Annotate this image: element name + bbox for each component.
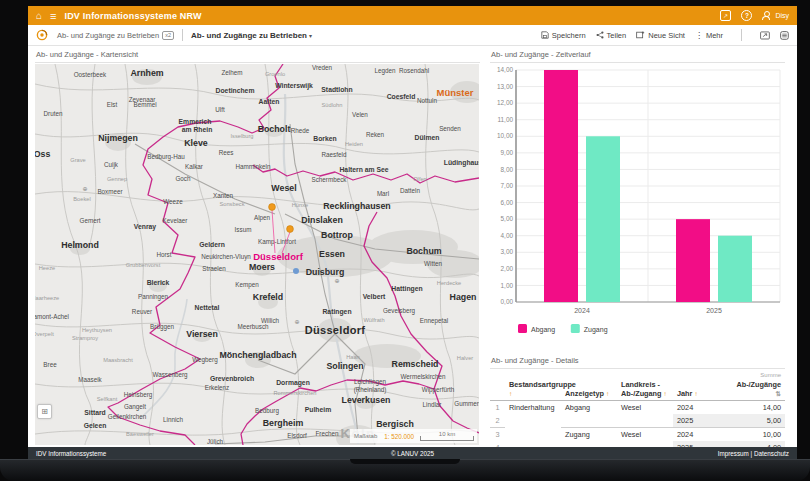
map-city-label: Viersen [186,329,218,339]
table-cell: Wesel [617,400,673,427]
map-city-label: Xanten [213,192,233,199]
map-city-label: Südlohn [322,102,343,108]
sort-icon[interactable]: ⇅ [776,390,781,397]
workbook-tab[interactable]: Ab- und Zugänge zu Betrieben x2 [57,31,174,40]
laptop-hinge-notch [350,459,460,464]
toolbar: Ab- und Zugänge zu Betrieben x2 Ab- und … [28,25,797,46]
map-city-label: Grave [70,157,86,163]
map-city-label: Recklinghausen [323,201,390,211]
feedback-icon[interactable]: ↗ [720,10,731,21]
map-city-label: Helmond [61,240,99,250]
map-canvas[interactable]: ⊕⊕⊕ OosterbeekArnhemZelhemVredenGroenloL… [35,64,479,445]
chart-bar-zugang-2024[interactable] [586,136,620,302]
table-row[interactable]: 1RinderhaltungAbgangWesel202414,00 [490,400,785,414]
more-icon: ⋮ [695,31,703,40]
map-city-label: Willich [261,317,280,324]
map-city-label: Hamminkeln [236,163,271,170]
home-icon[interactable]: ⌂ [36,10,42,21]
map-city-label: Cuijk [104,161,119,169]
map-marker[interactable] [287,226,294,233]
map-city-label: Heeze [39,265,55,271]
chart-bar-zugang-2025[interactable] [718,236,752,302]
map-city-label: Gennep [107,176,127,182]
map-scale-bar: Maßstab 1: 520.000 10 km [350,429,477,443]
map-city-label: Haan [346,354,360,360]
map-city-label: Zelhem [222,69,243,76]
map-city-label: Dülmen [415,134,440,141]
map-layers-button[interactable]: ⊞ [37,404,52,419]
map-city-label: Wülfrath [363,317,384,323]
data-basket-button[interactable] [780,31,789,40]
map-city-label: Geldern [199,241,225,248]
sort-icon[interactable]: ↑ [606,390,609,397]
workbook-tab-label: Ab- und Zugänge zu Betrieben [57,31,159,40]
map-city-label: Frechen [315,430,339,437]
map-city-label: Kalkar [185,163,203,170]
map-city-label: Witten [424,260,442,267]
region-annotation-label: Düsseldorf [253,251,303,262]
save-button[interactable]: Speichern [541,31,586,40]
airport-icon: ⊕ [294,319,299,325]
table-cell: 14,00 [729,400,785,414]
chevron-down-icon[interactable]: ▾ [309,32,312,39]
map-city-label: Elst [107,101,118,108]
map-city-label: Boekel [73,196,90,202]
map-city-label: Sittard [84,409,106,416]
legend-label[interactable]: Abgang [531,326,555,334]
column-header[interactable]: Bestandsartgruppe ↑ [505,371,561,400]
chart-bar-abgang-2025[interactable] [676,219,710,302]
new-view-button[interactable]: Neue Sicht [636,31,685,40]
user-name[interactable]: Disy [775,12,789,19]
details-table: Bestandsartgruppe ↑Anzeigetyp ↑Landkreis… [490,371,785,454]
more-button[interactable]: ⋮ Mehr [695,31,723,40]
sort-icon[interactable]: ↑ [664,390,667,397]
y-tick-label: 13,00 [497,83,513,90]
view-title[interactable]: Ab- und Zugänge zu Betrieben [191,31,307,40]
scale-value[interactable]: 1: 520.000 [384,433,414,440]
details-panel-title: Ab- und Zugänge - Details [490,354,785,369]
column-header[interactable]: Jahr ↑ [673,371,729,400]
table-cell: Abgang [561,400,617,427]
map-city-label: Bottrop [321,230,353,240]
map-city-label: Reuver [132,308,152,315]
hamburger-menu-icon[interactable]: ≡ [50,10,56,22]
map-city-label: Grevenbroich [210,375,254,382]
map-city-label: Baesweiler [126,431,154,437]
column-header[interactable]: Landkreis - Ab-/Zugang ↑ [617,371,673,400]
table-cell: 10,00 [729,427,785,441]
legend-label[interactable]: Zugang [584,326,608,334]
map-city-label: Kleve [184,138,208,148]
map-city-label: Nijmegen [98,133,138,143]
sort-icon[interactable]: ↑ [694,390,697,397]
map-city-label: Legden [374,67,396,75]
map-city-label: Lüdinghausen [444,159,479,167]
sort-icon[interactable]: ↑ [509,390,512,397]
user-icon[interactable] [762,11,770,20]
map-city-label: Horst [156,251,171,258]
map-city-label: Ulft [215,106,225,113]
map-city-label: Druten [44,110,63,117]
share-button[interactable]: Teilen [596,31,627,40]
map-city-label: Leverkusen [342,395,391,405]
cadenza-logo-icon [36,29,48,41]
map-city-label: Geilenkirchen [108,413,147,420]
selected-point-marker[interactable] [293,268,299,274]
map-window-button[interactable] [760,31,770,40]
chart-bar-abgang-2024[interactable] [544,70,578,302]
map-city-label: Rosendahl [399,67,429,74]
map-city-label: Nottuln [417,97,437,104]
map-city-label: Stramproy [72,335,98,341]
map-city-label: Venray [134,223,157,231]
map-city-label: Emmerich [179,118,212,125]
scale-label: Maßstab [354,433,377,439]
table-cell: 2024 [673,427,729,441]
map-marker[interactable] [269,204,276,211]
map-city-label: Mönchengladbach [219,350,296,360]
map-view[interactable]: ⊕⊕⊕ OosterbeekArnhemZelhemVredenGroenloL… [35,64,479,445]
map-city-label: Ratingen [322,308,351,316]
map-city-label: Bergisch [376,419,414,429]
map-city-label: Herdecke [437,280,461,286]
help-icon[interactable]: ? [741,10,752,21]
map-city-label: Sonsbeck [220,201,245,207]
column-header[interactable]: SummeAb-/Zugänge ⇅ [729,371,785,400]
